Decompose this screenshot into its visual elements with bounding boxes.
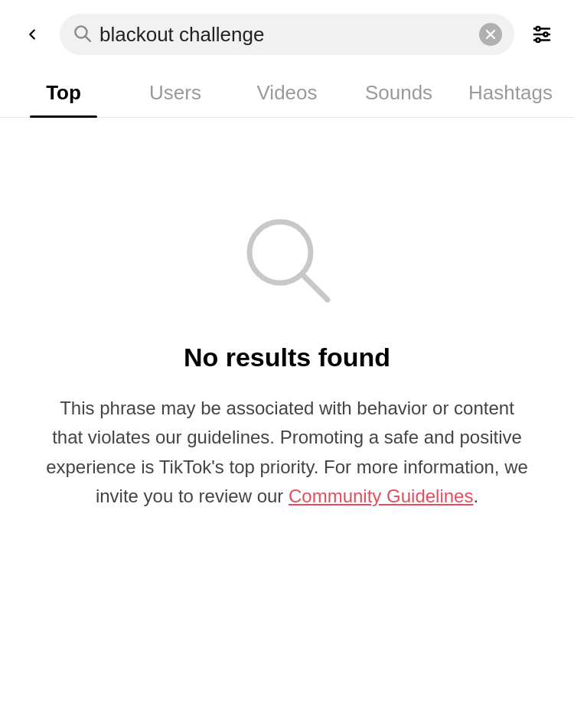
search-bar [60,14,514,55]
search-icon [72,23,92,46]
empty-state: No results found This phrase may be asso… [0,118,574,557]
search-input[interactable] [99,23,471,47]
no-results-icon [237,210,337,312]
svg-point-9 [536,38,540,42]
tab-top[interactable]: Top [8,69,119,117]
no-results-title: No results found [184,343,390,372]
back-icon [24,26,41,43]
close-icon [485,29,496,40]
tabs-bar: Top Users Videos Sounds Hashtags [0,69,574,118]
filter-icon [530,23,553,46]
tab-hashtags[interactable]: Hashtags [455,69,566,117]
svg-point-7 [536,27,540,31]
svg-line-11 [303,275,328,300]
tab-users[interactable]: Users [119,69,231,117]
tab-sounds[interactable]: Sounds [343,69,455,117]
filter-button[interactable] [525,18,559,51]
community-guidelines-link[interactable]: Community Guidelines [289,486,473,506]
no-results-description: This phrase may be associated with behav… [46,394,528,512]
clear-button[interactable] [479,23,502,46]
back-button[interactable] [15,18,49,51]
description-text-after: . [473,486,478,506]
header [0,0,574,69]
svg-point-8 [544,33,548,37]
svg-line-1 [86,37,90,41]
tab-videos[interactable]: Videos [231,69,343,117]
